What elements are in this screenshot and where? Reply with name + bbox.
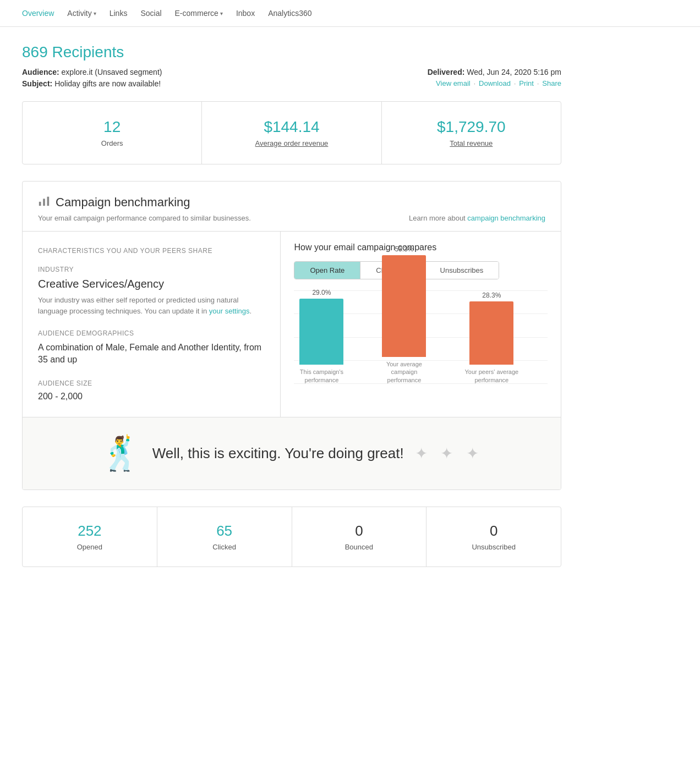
action-link-print[interactable]: Print [519,79,534,87]
svg-rect-1 [43,199,45,206]
bench-left-panel: Characteristics you and your peers share… [23,232,281,417]
nav-item-overview[interactable]: Overview [22,9,54,18]
bar-percentage: 29.0% [312,289,331,296]
bar-percentage: 53.3% [395,245,413,253]
celebration-figure: 🕺 [100,434,141,473]
bottom-stat-number: 252 [34,522,146,540]
action-link-share[interactable]: Share [542,79,561,87]
subject-value: Holiday gifts are now available! [54,79,161,88]
bar [299,299,343,365]
stat-label[interactable]: Average order revenue [213,139,370,147]
bar-percentage: 28.3% [482,292,501,299]
bottom-stat-cell: 0 Unsubscribed [426,507,561,566]
link-separator: · [474,80,475,87]
action-link-download[interactable]: Download [479,79,511,87]
peers-title: Characteristics you and your peers share [38,247,265,255]
recipient-count: 869 [22,43,52,61]
bottom-stat-cell: 0 Bounced [292,507,427,566]
meta-section: Audience: explore.it (Unsaved segment) S… [22,68,561,88]
delivered-value: Wed, Jun 24, 2020 5:16 pm [467,68,561,76]
industry-desc-text: Your industry was either self reported o… [38,296,238,315]
bar-label: Your average campaignperformance [376,360,431,384]
recipient-label: Recipients [52,43,124,61]
demo-value: A combination of Male, Female and Anothe… [38,342,265,366]
nav-item-ecommerce[interactable]: E-commerce▾ [175,9,223,18]
size-value: 200 - 2,000 [38,392,265,402]
bottom-stat-number: 65 [168,522,281,540]
benchmarking-icon [38,195,50,210]
demo-label: Audience demographics [38,329,265,337]
subject-label: Subject: [22,79,52,88]
action-link-view email[interactable]: View email [436,79,471,87]
stat-number: 12 [34,118,190,136]
bench-title: Campaign benchmarking [56,195,190,210]
benchmarking-link[interactable]: campaign benchmarking [467,214,545,222]
chart-tab-open-rate[interactable]: Open Rate [294,262,360,279]
bench-subtitle: Your email campaign performance compared… [38,214,251,222]
bench-right-panel: How your email campaign compares Open Ra… [281,232,561,417]
bar-chart-container: 29.0%This campaign'sperformance53.3%Your… [294,290,548,400]
celebration-text: Well, this is exciting. You're doing gre… [152,445,404,462]
industry-value: Creative Services/Agency [38,278,265,290]
nav-item-links[interactable]: Links [110,9,128,18]
link-separator: · [537,80,539,87]
bench-sub-row: Your email campaign performance compared… [38,214,545,222]
bottom-stat-label: Opened [34,543,146,551]
bar-label: Your peers' averageperformance [464,368,518,384]
bottom-stats-row: 252 Opened 65 Clicked 0 Bounced 0 Unsubs… [22,507,561,567]
bar-label: This campaign'sperformance [300,368,343,384]
svg-rect-2 [47,197,50,206]
stat-label: Orders [34,139,190,147]
chevron-down-icon: ▾ [94,10,96,16]
celebration-stars: ✦ ✦ ✦ [415,444,484,463]
stat-label[interactable]: Total revenue [393,139,550,147]
nav-item-activity[interactable]: Activity▾ [67,9,96,18]
bar-group: 28.3%Your peers' averageperformance [464,292,518,384]
hero-section: 869 Recipients Audience: explore.it (Uns… [22,43,561,88]
chart-tab-unsubscribes[interactable]: Unsubscribes [425,262,499,279]
benchmarking-card: Campaign benchmarking Your email campaig… [22,181,561,490]
stat-cell: $1,729.70 Total revenue [382,102,561,164]
stat-number: $1,729.70 [393,118,550,136]
bar-group: 29.0%This campaign'sperformance [299,289,343,384]
audience-value: explore.it (Unsaved segment) [62,68,162,76]
bench-body: Characteristics you and your peers share… [23,231,561,417]
bench-header: Campaign benchmarking Your email campaig… [23,182,561,231]
bar-chart: 29.0%This campaign'sperformance53.3%Your… [294,290,548,400]
size-label: Audience size [38,380,265,387]
action-links: View email·Download·Print·Share [436,79,561,87]
bottom-stat-number: 0 [303,522,415,540]
main-nav: OverviewActivity▾LinksSocialE-commerce▾I… [0,0,700,27]
celebration-banner: 🕺 Well, this is exciting. You're doing g… [23,417,561,490]
bar [382,255,426,357]
stat-cell: $144.14 Average order revenue [202,102,381,164]
nav-item-inbox[interactable]: Inbox [236,9,255,18]
bar [469,301,513,365]
chevron-down-icon: ▾ [220,10,223,16]
stat-cell: 12 Orders [23,102,202,164]
bottom-stat-number: 0 [438,522,550,540]
audience-row: Audience: explore.it (Unsaved segment) [22,68,162,76]
bottom-stat-label: Clicked [168,543,281,551]
stat-number: $144.14 [213,118,370,136]
industry-label: Industry [38,266,265,273]
page-title: 869 Recipients [22,43,561,61]
bar-group: 53.3%Your average campaignperformance [376,245,431,384]
nav-item-analytics[interactable]: Analytics360 [268,9,311,18]
learn-text: Learn more about [409,214,466,222]
bottom-stat-cell: 252 Opened [23,507,157,566]
bottom-stat-label: Unsubscribed [438,543,550,551]
stats-row: 12 Orders $144.14 Average order revenue … [22,101,561,164]
nav-item-social[interactable]: Social [140,9,161,18]
industry-desc: Your industry was either self reported o… [38,295,265,316]
link-separator: · [514,80,516,87]
delivered-row: Delivered: Wed, Jun 24, 2020 5:16 pm [428,68,561,76]
svg-rect-0 [39,202,41,206]
delivered-label: Delivered: [428,68,465,76]
bottom-stat-label: Bounced [303,543,415,551]
settings-link[interactable]: your settings [209,307,250,315]
meta-left: Audience: explore.it (Unsaved segment) S… [22,68,162,88]
bottom-stat-cell: 65 Clicked [157,507,292,566]
bench-title-row: Campaign benchmarking [38,195,545,210]
audience-label: Audience: [22,68,59,76]
